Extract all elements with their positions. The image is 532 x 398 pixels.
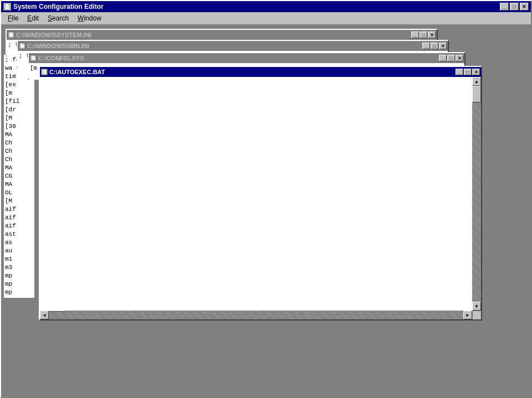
title-bar-controls: _ □ ✕ [500,3,529,11]
window-config-sys-title: C:\CONFIG.SYS [38,55,84,61]
window-autoexec-bat-content [40,77,472,311]
window-system-ini-title-left: 📄 C:\WINDOWS\SYSTEM.INI [8,32,91,38]
vscroll-track[interactable] [472,86,481,302]
window-autoexec-bat-icon: 📄 [41,69,48,75]
vscroll-thumb[interactable] [472,86,481,102]
window-system-ini-minimize[interactable]: _ [411,32,419,38]
window-config-sys-controls: _ □ ✕ [439,55,463,61]
menu-search[interactable]: Search [43,13,73,23]
scroll-up-button[interactable]: ▲ [472,77,481,86]
window-win-ini-icon: 📄 [19,43,25,49]
window-system-ini-close[interactable]: ✕ [428,32,436,38]
window-system-ini-maximize[interactable]: □ [420,32,427,38]
mdi-area: ; fo wa tim [ex [m [fil [dr [M [38 MA Ch… [1,24,531,397]
app-icon: 📄 [3,3,11,11]
title-bar: 📄 System Configuration Editor _ □ ✕ [1,1,531,12]
hscroll-track[interactable] [49,311,463,319]
resize-grip[interactable] [472,311,481,319]
app-window: 📄 System Configuration Editor _ □ ✕ File… [0,0,532,398]
window-autoexec-bat-hscrollbar: ◄ ► [40,311,472,319]
window-autoexec-bat-maximize[interactable]: □ [464,69,472,75]
menu-window[interactable]: Window [73,13,106,23]
close-button[interactable]: ✕ [520,3,529,11]
window-win-ini-minimize[interactable]: _ [422,43,430,49]
menu-bar: File Edit Search Window [1,12,531,25]
scroll-down-button[interactable]: ▼ [472,302,481,311]
window-system-ini-icon: 📄 [8,32,14,38]
window-autoexec-bat-titlebar[interactable]: 📄 C:\AUTOEXEC.BAT _ □ ✕ [40,67,481,77]
window-autoexec-bat-title: C:\AUTOEXEC.BAT [49,69,105,75]
window-config-sys-title-left: 📄 C:\CONFIG.SYS [30,55,84,61]
left-panel-text: ; fo wa tim [ex [m [fil [dr [M [38 MA Ch… [4,55,34,298]
window-autoexec-bat-minimize[interactable]: _ [456,69,463,75]
minimize-button[interactable]: _ [500,3,509,11]
app-title: System Configuration Editor [13,3,104,11]
window-autoexec-bat-controls: _ □ ✕ [456,69,480,75]
window-config-sys-icon: 📄 [30,55,37,61]
window-win-ini-controls: _ □ ✕ [422,43,447,49]
window-win-ini-title: C:\WINDOWS\WIN.INI [27,43,89,49]
window-win-ini-close[interactable]: ✕ [439,43,447,49]
window-system-ini-title: C:\WINDOWS\SYSTEM.INI [16,32,91,38]
window-autoexec-bat-vscrollbar: ▲ ▼ [472,77,481,311]
window-config-sys-close[interactable]: ✕ [456,55,463,61]
window-system-ini-controls: _ □ ✕ [411,32,436,38]
menu-file[interactable]: File [3,13,23,23]
window-system-ini-titlebar[interactable]: 📄 C:\WINDOWS\SYSTEM.INI _ □ ✕ [7,30,437,40]
window-autoexec-bat: 📄 C:\AUTOEXEC.BAT _ □ ✕ ▲ [39,66,482,321]
menu-edit[interactable]: Edit [23,13,43,23]
window-autoexec-bat-title-left: 📄 C:\AUTOEXEC.BAT [41,69,105,75]
hscroll-thumb[interactable] [49,311,65,312]
window-config-sys-maximize[interactable]: □ [447,55,455,61]
window-config-sys-minimize[interactable]: _ [439,55,447,61]
window-win-ini-title-left: 📄 C:\WINDOWS\WIN.INI [19,43,89,49]
window-win-ini-maximize[interactable]: □ [431,43,438,49]
scroll-right-button[interactable]: ► [463,311,472,319]
window-autoexec-bat-content-area: ▲ ▼ ◄ ► [40,77,481,319]
scroll-left-button[interactable]: ◄ [40,311,49,319]
title-bar-left: 📄 System Configuration Editor [3,3,104,11]
window-autoexec-bat-close[interactable]: ✕ [472,69,480,75]
window-config-sys-titlebar[interactable]: 📄 C:\CONFIG.SYS _ □ ✕ [29,53,464,63]
window-win-ini-titlebar[interactable]: 📄 C:\WINDOWS\WIN.INI _ □ ✕ [18,41,448,51]
maximize-button[interactable]: □ [510,3,519,11]
